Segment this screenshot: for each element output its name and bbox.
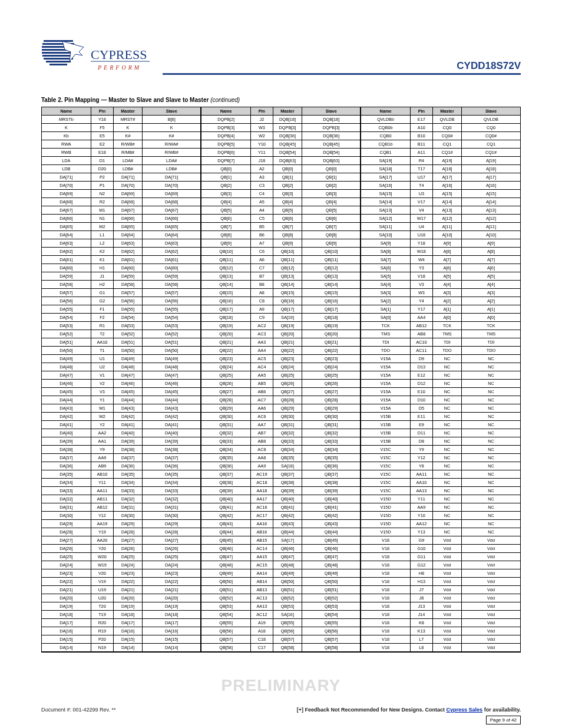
table-cell: Y12 [410, 454, 432, 462]
sales-link[interactable]: Cypress Sales [447, 707, 483, 713]
table-cell: K [42, 124, 91, 132]
table-cell: AA15 [250, 553, 273, 561]
table-cell: QB[47] [273, 553, 302, 561]
page-header: CYPRESS PERFORM CYDD18S72V [41, 34, 521, 83]
table-cell: DA[39] [42, 437, 91, 446]
table-row: DA[59]J1DA[59]DA[59]QB[13]B7QB[13]QB[13]… [42, 272, 521, 281]
table-cell: A[14] [461, 198, 520, 206]
table-cell: QB[35] [201, 454, 250, 462]
table-cell: R2 [91, 198, 113, 206]
table-cell: DQB[18] [273, 116, 302, 124]
table-cell: Y11 [250, 149, 273, 157]
table-cell: DA[49] [42, 355, 91, 363]
table-cell: Y11 [410, 495, 432, 503]
table-cell: D1 [91, 157, 113, 165]
table-cell: K1 [91, 256, 113, 264]
table-cell: NC [433, 371, 462, 380]
table-cell: QB[45] [302, 536, 361, 545]
table-cell: NC [433, 528, 462, 536]
table-cell: SA[2] [361, 297, 410, 305]
table-cell: QB[14] [302, 281, 361, 289]
table-cell: QB[28] [302, 396, 361, 404]
table-cell: DA[48] [114, 363, 143, 371]
table-row: DA[24]W19DA[24]DA[24]QB[48]AC15QB[48]QB[… [42, 561, 521, 569]
table-cell: DA[33] [114, 487, 143, 495]
table-cell: QB[27] [302, 388, 361, 396]
table-cell: QB[46] [273, 545, 302, 553]
table-cell: QB[22] [302, 347, 361, 355]
table-caption: Table 2. Pin Mapping — Master to Slave a… [41, 97, 521, 103]
table-cell: H8 [410, 569, 432, 578]
table-cell: AC17 [250, 512, 273, 520]
table-cell: A[13] [433, 206, 462, 215]
table-cell: DA[50] [142, 347, 201, 355]
table-row: DA[23]V20DA[23]DA[23]QB[49]AA14QB[49]QB[… [42, 569, 521, 578]
svg-rect-6 [42, 55, 74, 57]
table-row: DA[41]Y2DA[41]DA[41]QB[31]AA7QB[31]QB[31… [42, 421, 521, 429]
table-cell: V19 [91, 578, 113, 586]
table-cell: QB[49] [201, 569, 250, 578]
table-cell: DA[16] [114, 627, 143, 635]
table-cell: DA[14] [42, 644, 91, 652]
table-cell: QB[50] [273, 578, 302, 586]
table-cell: DQPB[3] [273, 124, 302, 132]
table-cell: QB[25] [302, 371, 361, 380]
table-cell: DA[33] [42, 487, 91, 495]
table-cell: V18 [361, 536, 410, 545]
table-cell: A4 [250, 206, 273, 215]
table-cell: QB[14] [201, 281, 250, 289]
table-cell: V15C [361, 454, 410, 462]
table-cell: DA[23] [42, 569, 91, 578]
table-cell: DA[37] [114, 454, 143, 462]
table-cell: Y19 [91, 528, 113, 536]
table-cell: QB[55] [201, 619, 250, 627]
table-cell: T20 [91, 602, 113, 611]
table-cell: C5 [250, 215, 273, 223]
table-cell: A[15] [461, 190, 520, 198]
table-row: DA[29]AA19DA[29]DA[29]QB[43]AA16QB[43]QB… [42, 520, 521, 528]
table-cell: QB[26] [273, 380, 302, 388]
table-cell: QB[41] [302, 503, 361, 512]
table-cell: G12 [410, 561, 432, 569]
table-cell: NC [433, 404, 462, 413]
table-cell: SA[8] [361, 248, 410, 256]
table-row: LDAD1LDA#LDA#DQPB[7]J18DQB[63]DQB[63]SA[… [42, 157, 521, 165]
table-cell: DA[42] [142, 413, 201, 421]
table-cell: A7 [250, 239, 273, 248]
table-cell: DA[67] [142, 206, 201, 215]
table-cell: SA[12] [361, 215, 410, 223]
table-cell: DA[64] [114, 231, 143, 239]
page-footer: PRELIMINARY Document #: 001-42299 Rev. *… [41, 707, 521, 713]
table-row: DA[57]G1DA[57]DA[57]QB[15]A8QB[15]QB[15]… [42, 289, 521, 297]
table-cell: QB[56] [273, 627, 302, 635]
table-cell: DA[61] [114, 256, 143, 264]
table-cell: QB[15] [201, 289, 250, 297]
table-cell: F1 [91, 305, 113, 314]
table-cell: AA19 [91, 520, 113, 528]
table-cell: AA5 [250, 371, 273, 380]
table-cell: Vdd [433, 569, 462, 578]
table-cell: DA[57] [142, 289, 201, 297]
table-cell: DA[27] [114, 536, 143, 545]
table-cell: V15D [361, 520, 410, 528]
table-cell: QB[4] [273, 198, 302, 206]
table-cell: QB[33] [201, 437, 250, 446]
table-cell: AA7 [250, 421, 273, 429]
table-cell: QB[18] [302, 314, 361, 322]
table-cell: QB[29] [201, 404, 250, 413]
table-cell: DA[60] [42, 264, 91, 272]
table-row: DA[37]AA9DA[37]DA[37]QB[35]AA8QB[35]QB[3… [42, 454, 521, 462]
table-cell: QB[40] [302, 495, 361, 503]
table-cell: AA11 [410, 470, 432, 479]
col-header: Master [114, 107, 143, 116]
table-cell: Vdd [433, 586, 462, 594]
table-cell: MRSTb [42, 116, 91, 124]
table-cell: QB[39] [273, 487, 302, 495]
table-cell: DA[24] [142, 561, 201, 569]
table-cell: V15A [361, 355, 410, 363]
table-cell: QB[20] [201, 330, 250, 338]
table-cell: CQ0# [461, 132, 520, 140]
table-cell: AC8 [250, 446, 273, 454]
table-cell: QB[52] [201, 594, 250, 602]
table-cell: A[2] [461, 297, 520, 305]
